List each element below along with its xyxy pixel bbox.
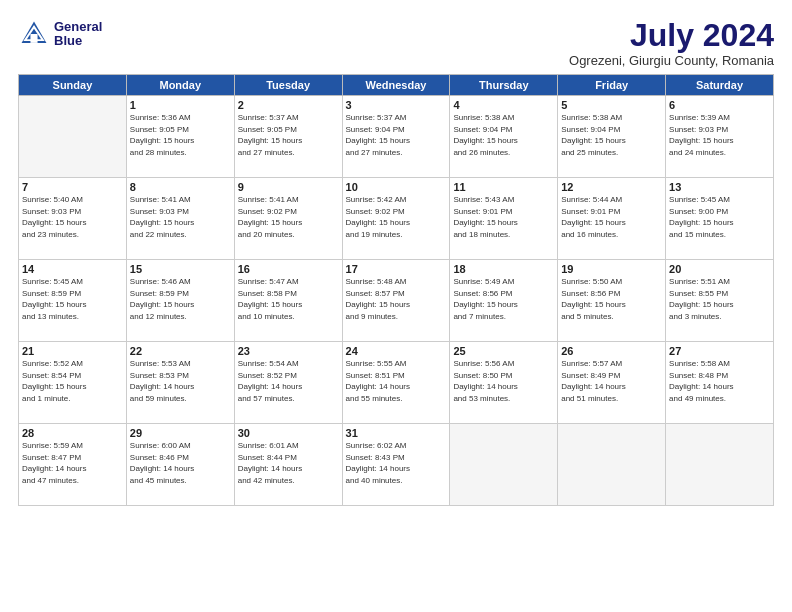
day-detail: Sunrise: 5:50 AM Sunset: 8:56 PM Dayligh… (561, 276, 662, 322)
day-number: 27 (669, 345, 770, 357)
day-number: 19 (561, 263, 662, 275)
day-number: 16 (238, 263, 339, 275)
calendar-table: SundayMondayTuesdayWednesdayThursdayFrid… (18, 74, 774, 506)
calendar-cell: 10Sunrise: 5:42 AM Sunset: 9:02 PM Dayli… (342, 178, 450, 260)
day-number: 1 (130, 99, 231, 111)
day-detail: Sunrise: 5:42 AM Sunset: 9:02 PM Dayligh… (346, 194, 447, 240)
weekday-header: Saturday (666, 75, 774, 96)
calendar-cell: 22Sunrise: 5:53 AM Sunset: 8:53 PM Dayli… (126, 342, 234, 424)
calendar-cell: 25Sunrise: 5:56 AM Sunset: 8:50 PM Dayli… (450, 342, 558, 424)
day-number: 11 (453, 181, 554, 193)
calendar-week-row: 14Sunrise: 5:45 AM Sunset: 8:59 PM Dayli… (19, 260, 774, 342)
day-detail: Sunrise: 5:43 AM Sunset: 9:01 PM Dayligh… (453, 194, 554, 240)
day-detail: Sunrise: 5:37 AM Sunset: 9:04 PM Dayligh… (346, 112, 447, 158)
calendar-cell: 27Sunrise: 5:58 AM Sunset: 8:48 PM Dayli… (666, 342, 774, 424)
day-detail: Sunrise: 5:37 AM Sunset: 9:05 PM Dayligh… (238, 112, 339, 158)
day-detail: Sunrise: 5:45 AM Sunset: 9:00 PM Dayligh… (669, 194, 770, 240)
weekday-header: Monday (126, 75, 234, 96)
day-number: 21 (22, 345, 123, 357)
calendar-cell: 16Sunrise: 5:47 AM Sunset: 8:58 PM Dayli… (234, 260, 342, 342)
day-detail: Sunrise: 5:49 AM Sunset: 8:56 PM Dayligh… (453, 276, 554, 322)
day-number: 18 (453, 263, 554, 275)
weekday-header: Friday (558, 75, 666, 96)
calendar-cell: 26Sunrise: 5:57 AM Sunset: 8:49 PM Dayli… (558, 342, 666, 424)
title-block: July 2024 Ogrezeni, Giurgiu County, Roma… (569, 18, 774, 68)
day-number: 14 (22, 263, 123, 275)
day-detail: Sunrise: 5:48 AM Sunset: 8:57 PM Dayligh… (346, 276, 447, 322)
weekday-header: Thursday (450, 75, 558, 96)
day-number: 31 (346, 427, 447, 439)
day-detail: Sunrise: 5:55 AM Sunset: 8:51 PM Dayligh… (346, 358, 447, 404)
day-detail: Sunrise: 5:45 AM Sunset: 8:59 PM Dayligh… (22, 276, 123, 322)
header: General Blue July 2024 Ogrezeni, Giurgiu… (18, 18, 774, 68)
calendar-cell (450, 424, 558, 506)
calendar-cell: 7Sunrise: 5:40 AM Sunset: 9:03 PM Daylig… (19, 178, 127, 260)
logo: General Blue (18, 18, 102, 50)
calendar-cell: 6Sunrise: 5:39 AM Sunset: 9:03 PM Daylig… (666, 96, 774, 178)
day-detail: Sunrise: 6:02 AM Sunset: 8:43 PM Dayligh… (346, 440, 447, 486)
calendar-cell: 15Sunrise: 5:46 AM Sunset: 8:59 PM Dayli… (126, 260, 234, 342)
weekday-header-row: SundayMondayTuesdayWednesdayThursdayFrid… (19, 75, 774, 96)
day-detail: Sunrise: 5:36 AM Sunset: 9:05 PM Dayligh… (130, 112, 231, 158)
day-number: 9 (238, 181, 339, 193)
logo-icon (18, 18, 50, 50)
calendar-week-row: 7Sunrise: 5:40 AM Sunset: 9:03 PM Daylig… (19, 178, 774, 260)
day-number: 13 (669, 181, 770, 193)
weekday-header: Sunday (19, 75, 127, 96)
day-number: 3 (346, 99, 447, 111)
day-number: 4 (453, 99, 554, 111)
weekday-header: Tuesday (234, 75, 342, 96)
day-detail: Sunrise: 5:53 AM Sunset: 8:53 PM Dayligh… (130, 358, 231, 404)
day-number: 23 (238, 345, 339, 357)
day-detail: Sunrise: 5:41 AM Sunset: 9:03 PM Dayligh… (130, 194, 231, 240)
day-number: 22 (130, 345, 231, 357)
day-detail: Sunrise: 5:41 AM Sunset: 9:02 PM Dayligh… (238, 194, 339, 240)
calendar-cell: 13Sunrise: 5:45 AM Sunset: 9:00 PM Dayli… (666, 178, 774, 260)
day-number: 6 (669, 99, 770, 111)
day-detail: Sunrise: 5:52 AM Sunset: 8:54 PM Dayligh… (22, 358, 123, 404)
day-detail: Sunrise: 5:40 AM Sunset: 9:03 PM Dayligh… (22, 194, 123, 240)
calendar-cell: 20Sunrise: 5:51 AM Sunset: 8:55 PM Dayli… (666, 260, 774, 342)
page: General Blue July 2024 Ogrezeni, Giurgiu… (0, 0, 792, 612)
day-detail: Sunrise: 5:44 AM Sunset: 9:01 PM Dayligh… (561, 194, 662, 240)
calendar-cell: 28Sunrise: 5:59 AM Sunset: 8:47 PM Dayli… (19, 424, 127, 506)
day-number: 8 (130, 181, 231, 193)
day-number: 12 (561, 181, 662, 193)
calendar-cell: 31Sunrise: 6:02 AM Sunset: 8:43 PM Dayli… (342, 424, 450, 506)
calendar-cell: 1Sunrise: 5:36 AM Sunset: 9:05 PM Daylig… (126, 96, 234, 178)
day-detail: Sunrise: 5:58 AM Sunset: 8:48 PM Dayligh… (669, 358, 770, 404)
day-number: 28 (22, 427, 123, 439)
day-number: 29 (130, 427, 231, 439)
day-detail: Sunrise: 5:57 AM Sunset: 8:49 PM Dayligh… (561, 358, 662, 404)
calendar-cell: 8Sunrise: 5:41 AM Sunset: 9:03 PM Daylig… (126, 178, 234, 260)
calendar-cell: 29Sunrise: 6:00 AM Sunset: 8:46 PM Dayli… (126, 424, 234, 506)
day-detail: Sunrise: 5:39 AM Sunset: 9:03 PM Dayligh… (669, 112, 770, 158)
day-number: 25 (453, 345, 554, 357)
day-detail: Sunrise: 6:00 AM Sunset: 8:46 PM Dayligh… (130, 440, 231, 486)
logo-text: General Blue (54, 20, 102, 49)
day-detail: Sunrise: 5:47 AM Sunset: 8:58 PM Dayligh… (238, 276, 339, 322)
calendar-cell: 14Sunrise: 5:45 AM Sunset: 8:59 PM Dayli… (19, 260, 127, 342)
calendar-cell (666, 424, 774, 506)
subtitle: Ogrezeni, Giurgiu County, Romania (569, 53, 774, 68)
calendar-cell (558, 424, 666, 506)
calendar-cell: 2Sunrise: 5:37 AM Sunset: 9:05 PM Daylig… (234, 96, 342, 178)
calendar-cell: 11Sunrise: 5:43 AM Sunset: 9:01 PM Dayli… (450, 178, 558, 260)
calendar-cell: 24Sunrise: 5:55 AM Sunset: 8:51 PM Dayli… (342, 342, 450, 424)
day-detail: Sunrise: 5:38 AM Sunset: 9:04 PM Dayligh… (561, 112, 662, 158)
calendar-week-row: 1Sunrise: 5:36 AM Sunset: 9:05 PM Daylig… (19, 96, 774, 178)
month-title: July 2024 (569, 18, 774, 53)
day-number: 17 (346, 263, 447, 275)
calendar-cell: 4Sunrise: 5:38 AM Sunset: 9:04 PM Daylig… (450, 96, 558, 178)
day-detail: Sunrise: 5:54 AM Sunset: 8:52 PM Dayligh… (238, 358, 339, 404)
day-number: 24 (346, 345, 447, 357)
calendar-week-row: 28Sunrise: 5:59 AM Sunset: 8:47 PM Dayli… (19, 424, 774, 506)
calendar-cell: 23Sunrise: 5:54 AM Sunset: 8:52 PM Dayli… (234, 342, 342, 424)
day-number: 20 (669, 263, 770, 275)
day-number: 30 (238, 427, 339, 439)
day-number: 26 (561, 345, 662, 357)
day-number: 15 (130, 263, 231, 275)
calendar-cell: 17Sunrise: 5:48 AM Sunset: 8:57 PM Dayli… (342, 260, 450, 342)
day-detail: Sunrise: 5:56 AM Sunset: 8:50 PM Dayligh… (453, 358, 554, 404)
calendar-cell: 18Sunrise: 5:49 AM Sunset: 8:56 PM Dayli… (450, 260, 558, 342)
